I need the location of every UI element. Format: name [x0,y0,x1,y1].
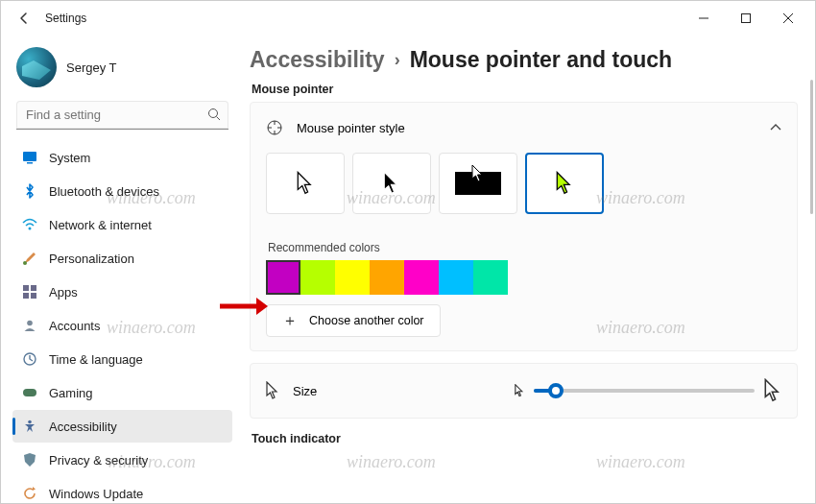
shield-icon [22,452,37,468]
cursor-large-icon [764,378,781,403]
svg-rect-14 [23,389,36,396]
plus-icon: ＋ [282,311,298,331]
recommended-colors [251,260,797,295]
window-title: Settings [45,12,86,25]
avatar [16,47,57,87]
section-mouse-pointer-label: Mouse pointer [252,83,798,96]
content-area: Accessibility › Mouse pointer and touch … [236,36,815,503]
nav-accessibility[interactable]: Accessibility [12,410,232,443]
color-swatch-1[interactable] [300,260,335,295]
nav-accounts[interactable]: Accounts [12,309,232,342]
user-profile[interactable]: Sergey T [12,39,232,101]
size-slider-group [515,378,781,403]
svg-line-3 [217,117,221,121]
recommended-colors-label: Recommended colors [268,241,797,254]
color-swatch-4[interactable] [404,260,439,295]
size-label: Size [293,384,317,398]
slider-thumb[interactable] [548,383,564,398]
back-button[interactable] [11,5,37,32]
chevron-right-icon: › [395,50,400,70]
svg-rect-8 [23,285,29,291]
color-swatch-6[interactable] [473,260,508,295]
cursor-black-icon [383,171,400,196]
size-card[interactable]: Size [250,363,798,419]
nav-network[interactable]: Network & internet [12,208,232,241]
cursor-outline-icon [266,381,279,400]
sidebar: Sergey T System Bluetooth & devices Netw… [1,36,236,503]
nav-update[interactable]: Windows Update [12,477,232,504]
pointer-style-white[interactable] [266,153,345,214]
cursor-small-icon [515,384,524,397]
choose-another-color-button[interactable]: ＋ Choose another color [266,304,441,337]
search-input[interactable] [16,101,228,130]
nav-label: Time & language [49,352,143,367]
svg-point-12 [27,321,33,326]
accessibility-icon [22,419,37,434]
nav-time[interactable]: Time & language [12,343,232,375]
clock-icon [22,351,37,367]
apps-icon [22,284,37,300]
svg-point-15 [28,420,32,424]
brush-icon [22,251,37,266]
nav-label: Apps [49,285,78,300]
search-icon [207,108,221,121]
nav-personalization[interactable]: Personalization [12,242,232,275]
bluetooth-icon [22,183,37,199]
svg-rect-9 [31,285,36,291]
arrow-left-icon [17,12,31,25]
svg-point-2 [209,109,218,118]
cursor-inverted-icon [471,164,485,183]
cursor-custom-icon [556,171,573,196]
svg-point-7 [23,261,27,265]
pointer-style-card: Mouse pointer style [250,102,798,351]
search-field[interactable] [16,101,228,130]
svg-rect-10 [23,293,29,299]
person-icon [22,318,37,333]
breadcrumb-page: Mouse pointer and touch [410,47,672,73]
nav-label: Network & internet [49,218,152,232]
close-button[interactable] [767,4,809,33]
nav-list: System Bluetooth & devices Network & int… [12,141,232,504]
nav-label: Privacy & security [49,453,148,468]
chevron-up-icon[interactable] [770,124,781,132]
nav-label: Accounts [49,319,100,333]
pointer-style-custom[interactable] [525,153,604,214]
nav-apps[interactable]: Apps [12,276,232,308]
nav-label: System [49,151,90,165]
pointer-style-inverted[interactable] [439,153,517,214]
size-slider[interactable] [534,389,755,393]
cursor-white-icon [297,171,314,196]
nav-gaming[interactable]: Gaming [12,376,232,409]
color-swatch-2[interactable] [335,260,370,295]
svg-rect-5 [27,162,33,164]
nav-label: Accessibility [49,420,117,434]
color-swatch-3[interactable] [370,260,404,295]
inverted-preview [455,172,501,195]
pointer-style-options [251,153,797,229]
pointer-style-black[interactable] [352,153,431,214]
color-swatch-0[interactable] [266,260,300,295]
maximize-icon [741,13,751,23]
cursor-icon [266,119,283,136]
breadcrumb-category[interactable]: Accessibility [250,47,385,73]
svg-point-6 [29,228,32,230]
color-swatch-5[interactable] [439,260,473,295]
svg-rect-4 [23,152,36,161]
scrollbar[interactable] [810,80,813,214]
window-controls [683,4,809,33]
nav-label: Bluetooth & devices [49,184,159,199]
nav-bluetooth[interactable]: Bluetooth & devices [12,175,232,207]
user-name: Sergey T [66,60,117,75]
nav-system[interactable]: System [12,141,232,174]
nav-label: Windows Update [49,487,143,501]
pointer-style-title: Mouse pointer style [297,121,405,135]
nav-privacy[interactable]: Privacy & security [12,444,232,476]
maximize-button[interactable] [725,4,767,33]
section-touch-indicator-label: Touch indicator [252,432,798,445]
gaming-icon [22,385,37,400]
pointer-style-header[interactable]: Mouse pointer style [251,103,797,153]
nav-label: Gaming [49,386,93,400]
nav-label: Personalization [49,252,134,266]
system-icon [22,150,37,165]
minimize-button[interactable] [683,4,725,33]
